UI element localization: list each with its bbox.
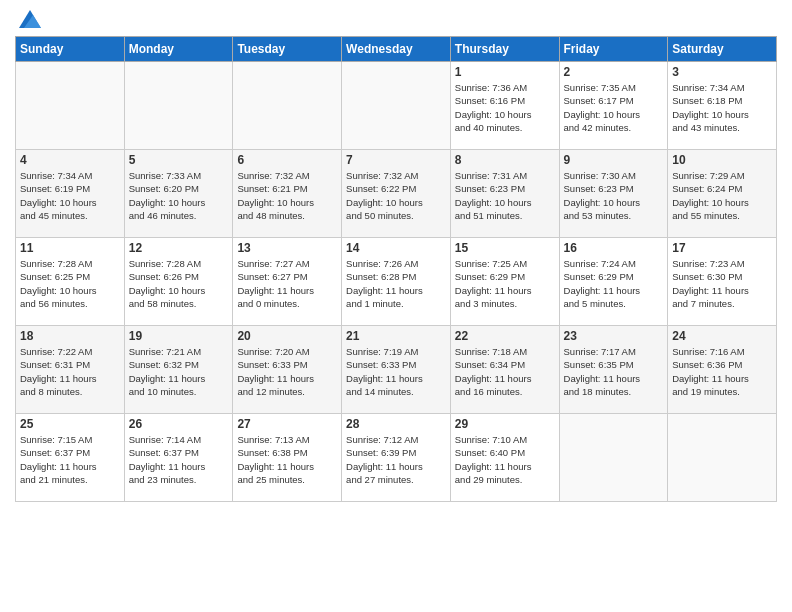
calendar-cell: 24Sunrise: 7:16 AMSunset: 6:36 PMDayligh…	[668, 326, 777, 414]
calendar-cell	[668, 414, 777, 502]
calendar-week-row: 4Sunrise: 7:34 AMSunset: 6:19 PMDaylight…	[16, 150, 777, 238]
day-number: 3	[672, 65, 772, 79]
day-number: 12	[129, 241, 229, 255]
day-number: 28	[346, 417, 446, 431]
day-of-week-header: Sunday	[16, 37, 125, 62]
day-number: 6	[237, 153, 337, 167]
calendar-cell: 21Sunrise: 7:19 AMSunset: 6:33 PMDayligh…	[342, 326, 451, 414]
day-number: 5	[129, 153, 229, 167]
calendar-cell	[559, 414, 668, 502]
day-number: 1	[455, 65, 555, 79]
page-container: SundayMondayTuesdayWednesdayThursdayFrid…	[0, 0, 792, 612]
day-info: Sunrise: 7:20 AMSunset: 6:33 PMDaylight:…	[237, 345, 337, 398]
day-info: Sunrise: 7:24 AMSunset: 6:29 PMDaylight:…	[564, 257, 664, 310]
header	[15, 10, 777, 28]
day-number: 18	[20, 329, 120, 343]
day-info: Sunrise: 7:10 AMSunset: 6:40 PMDaylight:…	[455, 433, 555, 486]
calendar-cell: 9Sunrise: 7:30 AMSunset: 6:23 PMDaylight…	[559, 150, 668, 238]
day-of-week-header: Monday	[124, 37, 233, 62]
day-number: 10	[672, 153, 772, 167]
day-info: Sunrise: 7:16 AMSunset: 6:36 PMDaylight:…	[672, 345, 772, 398]
calendar-table: SundayMondayTuesdayWednesdayThursdayFrid…	[15, 36, 777, 502]
day-info: Sunrise: 7:15 AMSunset: 6:37 PMDaylight:…	[20, 433, 120, 486]
day-info: Sunrise: 7:33 AMSunset: 6:20 PMDaylight:…	[129, 169, 229, 222]
day-info: Sunrise: 7:14 AMSunset: 6:37 PMDaylight:…	[129, 433, 229, 486]
logo	[15, 10, 41, 28]
day-number: 13	[237, 241, 337, 255]
calendar-cell: 10Sunrise: 7:29 AMSunset: 6:24 PMDayligh…	[668, 150, 777, 238]
day-of-week-header: Friday	[559, 37, 668, 62]
calendar-cell: 27Sunrise: 7:13 AMSunset: 6:38 PMDayligh…	[233, 414, 342, 502]
day-number: 14	[346, 241, 446, 255]
day-info: Sunrise: 7:32 AMSunset: 6:21 PMDaylight:…	[237, 169, 337, 222]
calendar-cell: 3Sunrise: 7:34 AMSunset: 6:18 PMDaylight…	[668, 62, 777, 150]
calendar-cell: 13Sunrise: 7:27 AMSunset: 6:27 PMDayligh…	[233, 238, 342, 326]
calendar-cell	[233, 62, 342, 150]
day-info: Sunrise: 7:34 AMSunset: 6:19 PMDaylight:…	[20, 169, 120, 222]
calendar-cell	[16, 62, 125, 150]
day-number: 29	[455, 417, 555, 431]
logo-icon	[19, 10, 41, 28]
calendar-cell	[124, 62, 233, 150]
day-info: Sunrise: 7:28 AMSunset: 6:25 PMDaylight:…	[20, 257, 120, 310]
calendar-cell: 23Sunrise: 7:17 AMSunset: 6:35 PMDayligh…	[559, 326, 668, 414]
calendar-header-row: SundayMondayTuesdayWednesdayThursdayFrid…	[16, 37, 777, 62]
calendar-cell: 16Sunrise: 7:24 AMSunset: 6:29 PMDayligh…	[559, 238, 668, 326]
calendar-cell: 17Sunrise: 7:23 AMSunset: 6:30 PMDayligh…	[668, 238, 777, 326]
day-number: 23	[564, 329, 664, 343]
day-number: 22	[455, 329, 555, 343]
calendar-cell: 14Sunrise: 7:26 AMSunset: 6:28 PMDayligh…	[342, 238, 451, 326]
day-info: Sunrise: 7:35 AMSunset: 6:17 PMDaylight:…	[564, 81, 664, 134]
day-info: Sunrise: 7:19 AMSunset: 6:33 PMDaylight:…	[346, 345, 446, 398]
calendar-cell: 18Sunrise: 7:22 AMSunset: 6:31 PMDayligh…	[16, 326, 125, 414]
day-info: Sunrise: 7:31 AMSunset: 6:23 PMDaylight:…	[455, 169, 555, 222]
calendar-cell: 29Sunrise: 7:10 AMSunset: 6:40 PMDayligh…	[450, 414, 559, 502]
day-number: 19	[129, 329, 229, 343]
calendar-cell: 5Sunrise: 7:33 AMSunset: 6:20 PMDaylight…	[124, 150, 233, 238]
day-number: 9	[564, 153, 664, 167]
calendar-cell: 26Sunrise: 7:14 AMSunset: 6:37 PMDayligh…	[124, 414, 233, 502]
day-number: 27	[237, 417, 337, 431]
day-info: Sunrise: 7:26 AMSunset: 6:28 PMDaylight:…	[346, 257, 446, 310]
calendar-week-row: 18Sunrise: 7:22 AMSunset: 6:31 PMDayligh…	[16, 326, 777, 414]
day-number: 15	[455, 241, 555, 255]
day-number: 20	[237, 329, 337, 343]
day-number: 26	[129, 417, 229, 431]
calendar-cell: 15Sunrise: 7:25 AMSunset: 6:29 PMDayligh…	[450, 238, 559, 326]
day-number: 11	[20, 241, 120, 255]
day-info: Sunrise: 7:36 AMSunset: 6:16 PMDaylight:…	[455, 81, 555, 134]
day-number: 24	[672, 329, 772, 343]
day-number: 17	[672, 241, 772, 255]
day-info: Sunrise: 7:25 AMSunset: 6:29 PMDaylight:…	[455, 257, 555, 310]
day-of-week-header: Tuesday	[233, 37, 342, 62]
day-info: Sunrise: 7:28 AMSunset: 6:26 PMDaylight:…	[129, 257, 229, 310]
day-number: 2	[564, 65, 664, 79]
calendar-cell: 20Sunrise: 7:20 AMSunset: 6:33 PMDayligh…	[233, 326, 342, 414]
day-info: Sunrise: 7:22 AMSunset: 6:31 PMDaylight:…	[20, 345, 120, 398]
calendar-cell: 12Sunrise: 7:28 AMSunset: 6:26 PMDayligh…	[124, 238, 233, 326]
calendar-week-row: 11Sunrise: 7:28 AMSunset: 6:25 PMDayligh…	[16, 238, 777, 326]
calendar-cell: 1Sunrise: 7:36 AMSunset: 6:16 PMDaylight…	[450, 62, 559, 150]
calendar-cell: 25Sunrise: 7:15 AMSunset: 6:37 PMDayligh…	[16, 414, 125, 502]
day-info: Sunrise: 7:30 AMSunset: 6:23 PMDaylight:…	[564, 169, 664, 222]
calendar-cell: 7Sunrise: 7:32 AMSunset: 6:22 PMDaylight…	[342, 150, 451, 238]
calendar-cell: 19Sunrise: 7:21 AMSunset: 6:32 PMDayligh…	[124, 326, 233, 414]
day-info: Sunrise: 7:21 AMSunset: 6:32 PMDaylight:…	[129, 345, 229, 398]
calendar-week-row: 25Sunrise: 7:15 AMSunset: 6:37 PMDayligh…	[16, 414, 777, 502]
day-number: 4	[20, 153, 120, 167]
day-number: 21	[346, 329, 446, 343]
day-info: Sunrise: 7:12 AMSunset: 6:39 PMDaylight:…	[346, 433, 446, 486]
day-info: Sunrise: 7:23 AMSunset: 6:30 PMDaylight:…	[672, 257, 772, 310]
day-number: 7	[346, 153, 446, 167]
calendar-cell: 6Sunrise: 7:32 AMSunset: 6:21 PMDaylight…	[233, 150, 342, 238]
day-info: Sunrise: 7:29 AMSunset: 6:24 PMDaylight:…	[672, 169, 772, 222]
calendar-cell: 2Sunrise: 7:35 AMSunset: 6:17 PMDaylight…	[559, 62, 668, 150]
calendar-cell: 22Sunrise: 7:18 AMSunset: 6:34 PMDayligh…	[450, 326, 559, 414]
day-info: Sunrise: 7:13 AMSunset: 6:38 PMDaylight:…	[237, 433, 337, 486]
day-info: Sunrise: 7:34 AMSunset: 6:18 PMDaylight:…	[672, 81, 772, 134]
day-info: Sunrise: 7:27 AMSunset: 6:27 PMDaylight:…	[237, 257, 337, 310]
calendar-cell	[342, 62, 451, 150]
day-of-week-header: Wednesday	[342, 37, 451, 62]
calendar-cell: 11Sunrise: 7:28 AMSunset: 6:25 PMDayligh…	[16, 238, 125, 326]
day-number: 25	[20, 417, 120, 431]
